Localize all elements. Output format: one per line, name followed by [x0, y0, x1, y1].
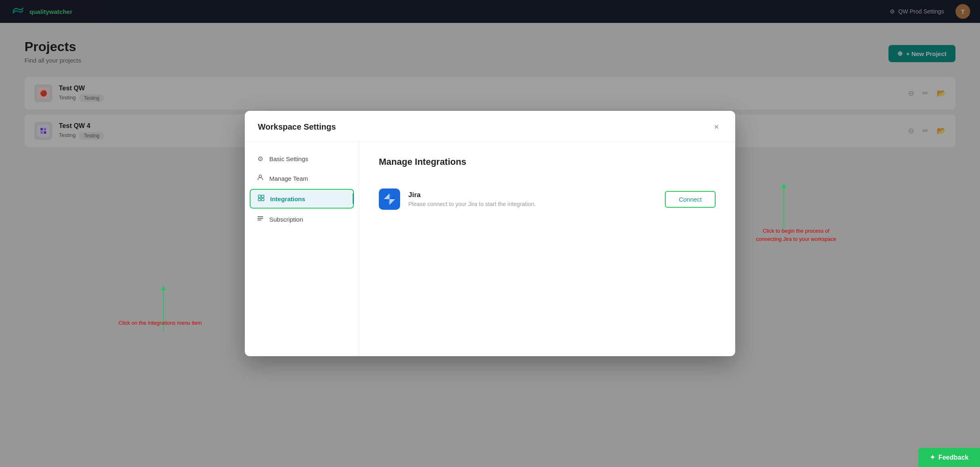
modal-header: Workspace Settings ×: [245, 111, 735, 142]
svg-rect-15: [257, 220, 262, 220]
svg-rect-12: [262, 198, 264, 201]
connect-jira-button[interactable]: Connect: [665, 191, 716, 208]
right-annotation-arrow: [759, 176, 808, 233]
jira-icon: [379, 189, 400, 210]
team-svg-icon: [257, 174, 264, 181]
integration-jira-desc: Please connect to your Jira to start the…: [408, 201, 657, 207]
workspace-settings-modal: Workspace Settings × ⚙ Basic Settings: [245, 111, 735, 356]
modal-close-button[interactable]: ×: [711, 121, 722, 133]
left-annotation-text: Click on the Integrations menu item: [119, 319, 202, 327]
sidebar-item-manage-team[interactable]: Manage Team: [250, 169, 354, 187]
integrations-svg-icon: [258, 195, 264, 201]
svg-rect-11: [258, 198, 261, 201]
section-title: Manage Integrations: [379, 157, 716, 167]
connect-label: Connect: [679, 196, 702, 203]
subscription-icon: [256, 215, 264, 223]
gear-icon: ⚙: [256, 155, 264, 163]
svg-rect-14: [257, 218, 263, 219]
sidebar-item-integrations[interactable]: Integrations: [250, 189, 354, 209]
modal-main-content: Manage Integrations: [359, 142, 735, 356]
modal-body: ⚙ Basic Settings Manage Team: [245, 142, 735, 356]
sidebar-item-label-basic-settings: Basic Settings: [269, 155, 308, 162]
svg-rect-10: [262, 195, 264, 198]
team-icon: [256, 174, 264, 182]
feedback-label: Feedback: [938, 454, 969, 461]
svg-rect-13: [257, 216, 263, 217]
integration-jira-name: Jira: [408, 191, 657, 199]
sidebar-item-basic-settings[interactable]: ⚙ Basic Settings: [250, 150, 354, 168]
subscription-svg-icon: [257, 215, 264, 222]
sidebar-item-label-integrations: Integrations: [270, 195, 305, 202]
integration-jira-info: Jira Please connect to your Jira to star…: [408, 191, 657, 207]
modal-title: Workspace Settings: [258, 122, 336, 132]
feedback-icon: ✦: [930, 454, 935, 461]
feedback-button[interactable]: ✦ Feedback: [918, 448, 980, 467]
sidebar-item-label-subscription: Subscription: [269, 216, 303, 223]
svg-point-8: [259, 175, 262, 177]
svg-rect-9: [258, 195, 261, 198]
sidebar-item-subscription[interactable]: Subscription: [250, 210, 354, 228]
right-annotation-text: Click to begin the process of connecting…: [755, 227, 837, 243]
modal-overlay[interactable]: Workspace Settings × ⚙ Basic Settings: [0, 0, 980, 467]
modal-sidebar: ⚙ Basic Settings Manage Team: [245, 142, 359, 356]
left-annotation-arrow: [139, 278, 188, 335]
integrations-icon: [257, 195, 265, 203]
integration-item-jira: Jira Please connect to your Jira to star…: [379, 180, 716, 218]
sidebar-item-label-manage-team: Manage Team: [269, 175, 308, 182]
